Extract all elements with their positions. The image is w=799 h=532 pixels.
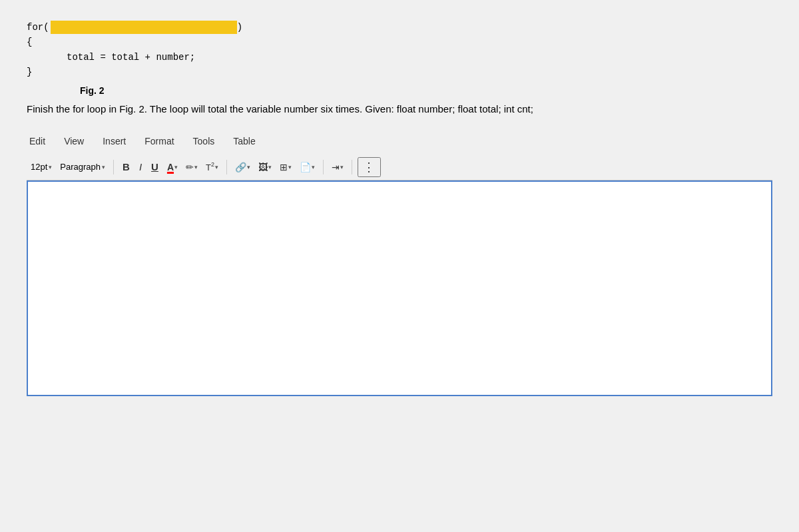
doc-button[interactable]: 📄 ▾ (297, 160, 318, 174)
more-icon: ⋮ (363, 160, 376, 174)
paragraph-label: Paragraph (60, 162, 101, 172)
italic-button[interactable]: I (136, 160, 145, 174)
superscript-icon: T2 (206, 161, 214, 172)
sep-2 (226, 160, 227, 174)
indent-button[interactable]: ⇥ ▾ (329, 160, 346, 174)
doc-chevron: ▾ (312, 164, 315, 170)
bold-icon: B (123, 161, 130, 172)
toolbar: 12pt ▾ Paragraph ▾ B I U A (27, 154, 772, 180)
page-container: for ( ) { total = total + number; } Fig.… (0, 0, 799, 532)
menu-table[interactable]: Table (230, 134, 258, 148)
image-icon: 🖼 (258, 162, 268, 172)
link-chevron: ▾ (247, 164, 250, 170)
font-size-dropdown[interactable]: 12pt ▾ (28, 160, 55, 173)
menu-insert[interactable]: Insert (100, 134, 129, 148)
highlight-bar (51, 21, 237, 34)
underline-button[interactable]: U (148, 160, 162, 174)
for-keyword: for (27, 20, 43, 35)
question-text: Finish the for loop in Fig. 2. The loop … (27, 101, 772, 117)
code-line-2: { (27, 35, 772, 49)
font-color-chevron: ▾ (174, 164, 178, 170)
paragraph-chevron: ▾ (102, 164, 105, 170)
open-paren: ( (43, 20, 49, 35)
menu-edit[interactable]: Edit (27, 134, 48, 148)
sep-4 (352, 160, 352, 174)
close-brace: } (27, 65, 32, 79)
table-icon-chevron: ▾ (288, 164, 292, 170)
sep-3 (323, 160, 324, 174)
font-color-button[interactable]: A ▾ (164, 160, 180, 174)
superscript-chevron: ▾ (215, 164, 218, 170)
close-paren: ) (237, 20, 242, 35)
fig-label: Fig. 2 (80, 85, 772, 96)
bold-button[interactable]: B (119, 160, 133, 174)
menu-format[interactable]: Format (142, 134, 176, 148)
menu-bar: Edit View Insert Format Tools Table (27, 131, 772, 152)
highlight-chevron: ▾ (194, 164, 198, 170)
font-color-icon: A (167, 162, 174, 172)
highlight-icon: ✏ (186, 162, 194, 172)
code-line-3: total = total + number; (27, 50, 772, 65)
open-brace: { (27, 35, 32, 49)
code-block: for ( ) { total = total + number; } (27, 20, 772, 80)
code-line-4: } (27, 65, 772, 79)
underline-icon: U (151, 161, 158, 172)
table-icon-button[interactable]: ⊞ ▾ (277, 160, 294, 174)
indent-chevron: ▾ (340, 164, 344, 170)
editor-container: Edit View Insert Format Tools Table 12pt… (27, 131, 772, 396)
menu-tools[interactable]: Tools (190, 134, 218, 148)
image-button[interactable]: 🖼 ▾ (256, 160, 274, 174)
italic-icon: I (139, 161, 142, 172)
doc-icon: 📄 (300, 162, 311, 172)
superscript-button[interactable]: T2 ▾ (203, 160, 221, 174)
more-options-button[interactable]: ⋮ (358, 157, 381, 177)
code-body: total = total + number; (27, 50, 195, 65)
text-area-wrapper (27, 180, 772, 396)
font-size-label: 12pt (31, 162, 47, 172)
link-button[interactable]: 🔗 ▾ (232, 160, 253, 174)
highlight-button[interactable]: ✏ ▾ (183, 160, 200, 174)
image-chevron: ▾ (268, 164, 272, 170)
table-icon: ⊞ (280, 162, 288, 172)
font-size-chevron: ▾ (49, 164, 52, 170)
indent-icon: ⇥ (332, 162, 340, 172)
code-line-1: for ( ) (27, 20, 772, 35)
sep-1 (113, 160, 114, 174)
link-icon: 🔗 (235, 162, 246, 172)
menu-view[interactable]: View (61, 134, 87, 148)
paragraph-dropdown[interactable]: Paragraph ▾ (57, 160, 108, 173)
answer-input[interactable] (28, 182, 771, 395)
